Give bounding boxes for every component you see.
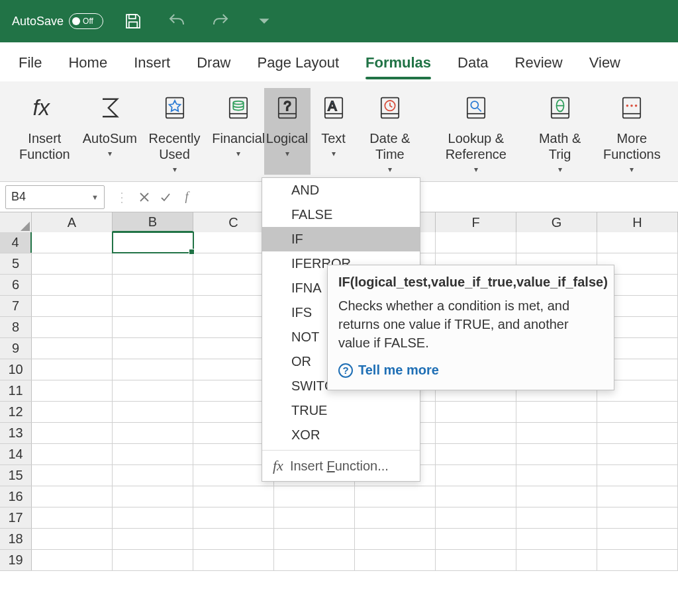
ribbon-lookup-reference[interactable]: Lookup & Reference ▾	[423, 88, 528, 175]
enter-icon[interactable]	[155, 187, 176, 208]
cell-H4[interactable]	[597, 232, 678, 253]
select-all-corner[interactable]	[0, 212, 32, 232]
cell-A16[interactable]	[32, 486, 113, 507]
cell-H15[interactable]	[597, 465, 678, 486]
cell-B17[interactable]	[113, 507, 193, 528]
cell-A11[interactable]	[32, 380, 113, 401]
cell-G19[interactable]	[516, 550, 597, 570]
cell-F12[interactable]	[436, 402, 516, 422]
cell-B7[interactable]	[113, 296, 193, 316]
cell-G16[interactable]	[516, 486, 597, 507]
cancel-icon[interactable]	[134, 187, 155, 208]
cell-B13[interactable]	[113, 423, 193, 443]
row-header-9[interactable]: 9	[0, 338, 32, 359]
cell-A13[interactable]	[32, 423, 113, 443]
cell-D17[interactable]	[274, 507, 355, 528]
dropdown-item-false[interactable]: FALSE	[262, 202, 420, 227]
cell-G4[interactable]	[516, 232, 597, 253]
row-header-6[interactable]: 6	[0, 275, 32, 295]
cell-B5[interactable]	[113, 253, 193, 274]
row-header-16[interactable]: 16	[0, 486, 32, 507]
row-header-15[interactable]: 15	[0, 465, 32, 486]
row-header-8[interactable]: 8	[0, 317, 32, 337]
ribbon-logical[interactable]: ? Logical ▾	[264, 88, 311, 175]
name-box-caret-icon[interactable]: ▼	[91, 193, 99, 201]
cell-H12[interactable]	[597, 402, 678, 422]
cell-H16[interactable]	[597, 486, 678, 507]
dropdown-insert-function[interactable]: fxInsert Function...	[262, 451, 420, 481]
cell-C17[interactable]	[193, 507, 274, 528]
cell-B14[interactable]	[113, 444, 193, 464]
row-header-18[interactable]: 18	[0, 529, 32, 549]
cell-F13[interactable]	[436, 423, 516, 443]
col-header-h[interactable]: H	[597, 212, 678, 232]
tab-file[interactable]: File	[19, 54, 42, 71]
tab-insert[interactable]: Insert	[134, 54, 170, 71]
cell-B10[interactable]	[113, 359, 193, 380]
cell-F18[interactable]	[436, 529, 516, 549]
save-icon[interactable]	[119, 7, 147, 35]
cell-H18[interactable]	[597, 529, 678, 549]
cell-E19[interactable]	[355, 550, 436, 570]
cell-G13[interactable]	[516, 423, 597, 443]
ribbon-date-time[interactable]: Date & Time ▾	[357, 88, 424, 175]
cell-C19[interactable]	[193, 550, 274, 570]
cell-A17[interactable]	[32, 507, 113, 528]
cell-A12[interactable]	[32, 402, 113, 422]
cell-E16[interactable]	[355, 486, 436, 507]
dropdown-item-if[interactable]: IF	[262, 227, 420, 251]
cell-G14[interactable]	[516, 444, 597, 464]
cell-E17[interactable]	[355, 507, 436, 528]
row-header-7[interactable]: 7	[0, 296, 32, 316]
cell-A9[interactable]	[32, 338, 113, 359]
cell-F19[interactable]	[436, 550, 516, 570]
cell-B4[interactable]	[113, 232, 193, 253]
cell-F14[interactable]	[436, 444, 516, 464]
cell-B12[interactable]	[113, 402, 193, 422]
cell-B6[interactable]	[113, 275, 193, 295]
ribbon-math-trig[interactable]: Math & Trig ▾	[528, 88, 591, 175]
tab-review[interactable]: Review	[515, 54, 563, 71]
cell-A4[interactable]	[32, 232, 113, 253]
ribbon-text[interactable]: A Text ▾	[311, 88, 357, 175]
cell-A7[interactable]	[32, 296, 113, 316]
row-header-14[interactable]: 14	[0, 444, 32, 464]
row-header-5[interactable]: 5	[0, 253, 32, 274]
row-header-4[interactable]: 4	[0, 232, 32, 253]
col-header-a[interactable]: A	[32, 212, 113, 232]
row-header-10[interactable]: 10	[0, 359, 32, 380]
cell-G12[interactable]	[516, 402, 597, 422]
ribbon-more-functions[interactable]: More Functions ▾	[591, 88, 673, 175]
tell-me-more-link[interactable]: ? Tell me more	[338, 363, 603, 378]
cell-G15[interactable]	[516, 465, 597, 486]
row-header-17[interactable]: 17	[0, 507, 32, 528]
dropdown-item-and[interactable]: AND	[262, 178, 420, 202]
cell-B11[interactable]	[113, 380, 193, 401]
cell-B9[interactable]	[113, 338, 193, 359]
ribbon-insert-function[interactable]: fx Insert Function	[5, 88, 84, 175]
cell-G17[interactable]	[516, 507, 597, 528]
cell-A10[interactable]	[32, 359, 113, 380]
autosave-toggle[interactable]: AutoSave Off	[12, 13, 103, 29]
cell-G18[interactable]	[516, 529, 597, 549]
cell-C18[interactable]	[193, 529, 274, 549]
cell-B16[interactable]	[113, 486, 193, 507]
cell-F16[interactable]	[436, 486, 516, 507]
cell-F15[interactable]	[436, 465, 516, 486]
tab-formulas[interactable]: Formulas	[365, 54, 431, 71]
cell-A6[interactable]	[32, 275, 113, 295]
cell-D16[interactable]	[274, 486, 355, 507]
row-header-13[interactable]: 13	[0, 423, 32, 443]
row-header-12[interactable]: 12	[0, 402, 32, 422]
ribbon-autosum[interactable]: AutoSum ▾	[84, 88, 136, 175]
cell-C16[interactable]	[193, 486, 274, 507]
cell-B18[interactable]	[113, 529, 193, 549]
cell-A14[interactable]	[32, 444, 113, 464]
cell-B15[interactable]	[113, 465, 193, 486]
col-header-f[interactable]: F	[436, 212, 516, 232]
dropdown-item-xor[interactable]: XOR	[262, 423, 420, 447]
name-box[interactable]: B4 ▼	[5, 185, 105, 209]
col-header-g[interactable]: G	[516, 212, 597, 232]
redo-icon[interactable]	[207, 7, 234, 35]
autosave-switch[interactable]: Off	[69, 13, 103, 29]
